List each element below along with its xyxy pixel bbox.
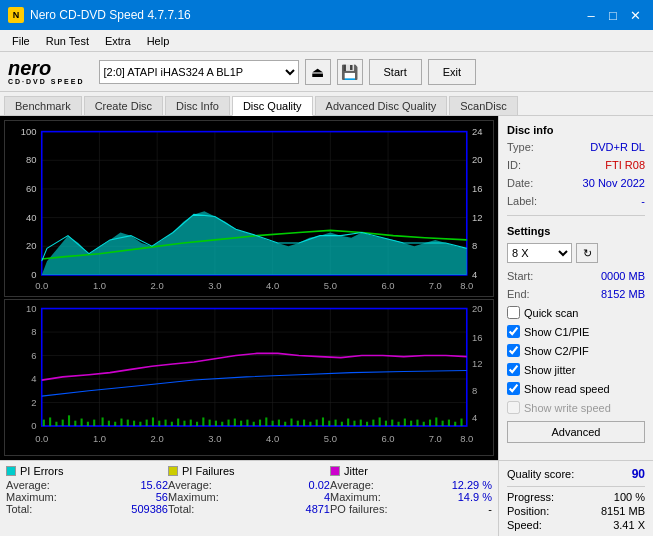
disc-id-row: ID: FTI R08 (507, 158, 645, 172)
pi-errors-avg-label: Average: (6, 479, 50, 491)
svg-rect-75 (62, 420, 64, 426)
svg-rect-124 (372, 420, 374, 426)
maximize-button[interactable]: □ (603, 5, 623, 25)
svg-text:0.0: 0.0 (35, 433, 48, 444)
jitter-avg-value: 12.29 % (452, 479, 492, 491)
tab-disc-info[interactable]: Disc Info (165, 96, 230, 115)
disc-type-label: Type: (507, 141, 534, 153)
svg-text:4: 4 (472, 269, 477, 280)
svg-rect-98 (209, 420, 211, 426)
show-jitter-checkbox[interactable] (507, 363, 520, 376)
svg-rect-105 (253, 422, 255, 426)
bottom-stats: PI Errors Average: 15.62 Maximum: 56 Tot… (0, 461, 498, 536)
svg-text:1.0: 1.0 (93, 433, 106, 444)
svg-text:2: 2 (31, 397, 36, 408)
pi-errors-max: Maximum: 56 (6, 491, 168, 503)
svg-text:4.0: 4.0 (266, 433, 279, 444)
svg-rect-130 (410, 421, 412, 426)
svg-rect-133 (429, 420, 431, 426)
charts-area: 100 80 60 40 20 0 24 20 16 12 8 4 0.0 1.… (0, 116, 498, 460)
svg-rect-104 (246, 420, 248, 426)
svg-rect-77 (74, 421, 76, 426)
pi-errors-label: PI Errors (20, 465, 63, 477)
pi-errors-color (6, 466, 16, 476)
show-jitter-label: Show jitter (524, 364, 575, 376)
svg-rect-129 (404, 419, 406, 426)
show-read-speed-label: Show read speed (524, 383, 610, 395)
eject-button[interactable]: ⏏ (305, 59, 331, 85)
exit-button[interactable]: Exit (428, 59, 476, 85)
speed-select[interactable]: 8 X 4 X 2 X MAX (507, 243, 572, 263)
pi-failures-avg: Average: 0.02 (168, 479, 330, 491)
svg-rect-93 (177, 419, 179, 426)
svg-text:8: 8 (31, 326, 36, 337)
svg-rect-76 (68, 415, 70, 426)
disc-label-value: - (641, 195, 645, 207)
svg-rect-135 (442, 421, 444, 426)
svg-text:4: 4 (472, 412, 478, 423)
start-button[interactable]: Start (369, 59, 422, 85)
svg-rect-127 (391, 420, 393, 426)
divider-1 (507, 215, 645, 216)
start-row: Start: 0000 MB (507, 269, 645, 283)
svg-rect-137 (454, 422, 456, 426)
svg-text:3.0: 3.0 (208, 280, 221, 291)
main-content: 100 80 60 40 20 0 24 20 16 12 8 4 0.0 1.… (0, 116, 653, 536)
tab-disc-quality[interactable]: Disc Quality (232, 96, 313, 116)
drive-select[interactable]: [2:0] ATAPI iHAS324 A BL1P (99, 60, 299, 84)
show-c1pie-checkbox[interactable] (507, 325, 520, 338)
svg-text:20: 20 (472, 303, 483, 314)
disc-id-value: FTI R08 (605, 159, 645, 171)
svg-text:8.0: 8.0 (460, 433, 473, 444)
svg-text:24: 24 (472, 126, 483, 137)
save-button[interactable]: 💾 (337, 59, 363, 85)
svg-text:2.0: 2.0 (151, 433, 164, 444)
divider-2 (507, 486, 645, 487)
disc-label-label: Label: (507, 195, 537, 207)
svg-rect-100 (221, 422, 223, 426)
menu-extra[interactable]: Extra (97, 33, 139, 49)
jitter-max-label: Maximum: (330, 491, 381, 503)
speed-row: 8 X 4 X 2 X MAX ↻ (507, 243, 645, 263)
svg-rect-117 (328, 421, 330, 426)
svg-text:10: 10 (26, 303, 37, 314)
pi-failures-total: Total: 4871 (168, 503, 330, 515)
jitter-max-value: 14.9 % (458, 491, 492, 503)
menu-file[interactable]: File (4, 33, 38, 49)
disc-id-label: ID: (507, 159, 521, 171)
right-panel: Disc info Type: DVD+R DL ID: FTI R08 Dat… (498, 116, 653, 460)
close-button[interactable]: ✕ (625, 5, 645, 25)
menu-help[interactable]: Help (139, 33, 178, 49)
advanced-button[interactable]: Advanced (507, 421, 645, 443)
svg-text:8: 8 (472, 385, 477, 396)
refresh-button[interactable]: ↻ (576, 243, 598, 263)
show-read-speed-checkbox[interactable] (507, 382, 520, 395)
pi-failures-total-label: Total: (168, 503, 194, 515)
svg-rect-108 (272, 421, 274, 426)
quality-score-value: 90 (632, 467, 645, 481)
svg-rect-138 (460, 419, 462, 426)
svg-rect-126 (385, 421, 387, 426)
svg-rect-107 (265, 418, 267, 427)
minimize-button[interactable]: – (581, 5, 601, 25)
progress-label: Progress: (507, 491, 554, 503)
svg-rect-88 (146, 420, 148, 426)
tab-scan-disc[interactable]: ScanDisc (449, 96, 517, 115)
tab-benchmark[interactable]: Benchmark (4, 96, 82, 115)
position-row: Position: 8151 MB (507, 504, 645, 518)
start-value: 0000 MB (601, 270, 645, 282)
svg-rect-106 (259, 420, 261, 426)
menu-run-test[interactable]: Run Test (38, 33, 97, 49)
svg-rect-123 (366, 422, 368, 426)
show-c2pif-checkbox[interactable] (507, 344, 520, 357)
quick-scan-label: Quick scan (524, 307, 578, 319)
svg-text:5.0: 5.0 (324, 280, 337, 291)
tab-create-disc[interactable]: Create Disc (84, 96, 163, 115)
svg-rect-97 (202, 418, 204, 427)
pi-errors-max-label: Maximum: (6, 491, 57, 503)
show-jitter-row: Show jitter (507, 362, 645, 377)
quick-scan-checkbox[interactable] (507, 306, 520, 319)
show-write-speed-checkbox[interactable] (507, 401, 520, 414)
svg-text:60: 60 (26, 183, 37, 194)
tab-advanced-disc-quality[interactable]: Advanced Disc Quality (315, 96, 448, 115)
